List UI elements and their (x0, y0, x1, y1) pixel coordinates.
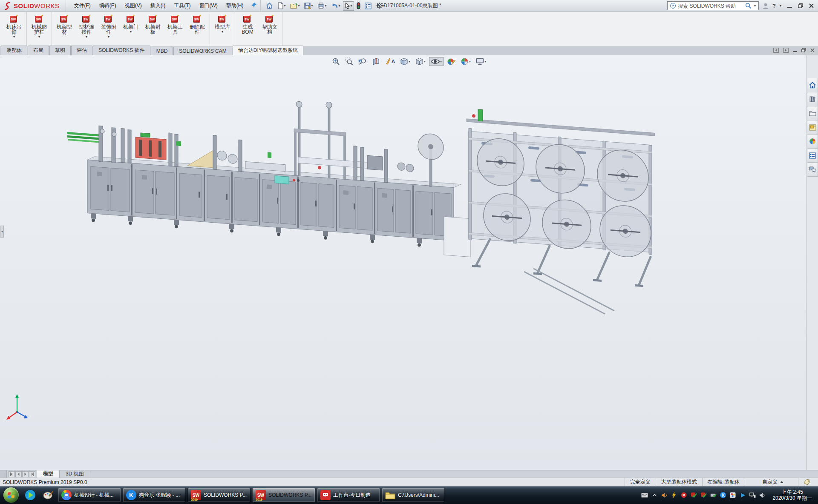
taskbar-button-workbench[interactable]: 工作台-今日制造 (317, 488, 380, 502)
status-custom-dropdown[interactable]: 自定义 (745, 478, 798, 486)
ribbon-button-crane-arm[interactable]: SW✦ 机床吊 臂▾ (3, 12, 25, 46)
previous-view-icon[interactable] (357, 56, 369, 66)
ribbon-button-generate-bom[interactable]: SW✦ 生成 BOM (236, 12, 259, 46)
menu-file[interactable]: 文件(F) (70, 0, 95, 11)
menu-window[interactable]: 窗口(W) (196, 0, 222, 11)
ribbon-button-frame-door[interactable]: SW✦ 机架门▾ (120, 12, 142, 46)
section-view-icon[interactable] (370, 56, 382, 66)
ribbon-button-safety-fence[interactable]: SW✦ 机械防 护栏▾ (28, 12, 50, 46)
annotations-visibility-icon[interactable]: A (383, 56, 397, 66)
doc-restore-button[interactable] (801, 48, 806, 52)
taskpane-file-explorer-icon[interactable] (807, 106, 818, 120)
tray-network-icon[interactable] (749, 492, 756, 498)
taskpane-custom-properties-icon[interactable] (807, 149, 818, 163)
splitter-grip[interactable] (0, 470, 7, 478)
tray-drive-check-icon[interactable] (710, 492, 717, 498)
undo-button[interactable]: ▾ (329, 1, 342, 10)
hide-show-items-icon[interactable]: ▾ (429, 57, 444, 66)
tab-sw-cam[interactable]: SOLIDWORKS CAM (173, 47, 232, 55)
tab-mbd[interactable]: MBD (151, 47, 173, 55)
apply-scene-icon[interactable]: ▾ (459, 56, 472, 67)
help-dropdown-icon[interactable]: ▾ (780, 4, 781, 8)
menu-view[interactable]: 视图(V) (121, 0, 146, 11)
select-tool-button[interactable]: ▾ (343, 1, 354, 11)
doc-close-button[interactable] (810, 48, 815, 52)
ribbon-button-frame-tools[interactable]: SW✦ 机架工 具 (164, 12, 186, 46)
model-tab[interactable]: 模型 (37, 470, 60, 478)
display-style-icon[interactable]: ▾ (414, 56, 427, 67)
options-gear-button[interactable]: ▾ (374, 1, 387, 11)
search-input[interactable] (678, 3, 743, 9)
ribbon-button-delete-accessory[interactable]: SW✦ 删除配 件 (186, 12, 208, 46)
assembly-model-canvas[interactable] (0, 55, 818, 470)
taskpane-appearances-icon[interactable] (807, 135, 818, 149)
taskpane-home-icon[interactable] (807, 78, 818, 92)
taskbar-clock[interactable]: 上午 2:45 2020/3/30 星期一 (770, 489, 816, 501)
taskbar-button-kugou[interactable]: K 狗音乐 张靓颖 - ... (123, 488, 186, 502)
scroll-next-button[interactable] (22, 471, 29, 477)
graphics-viewport[interactable]: A ▾ ▾ ▾ ▾ ▾ (0, 55, 818, 470)
help-menu-icon[interactable]: ? (772, 3, 776, 9)
taskbar-button-chrome[interactable]: 机械设计 - 机械... (58, 488, 121, 502)
scroll-prev-button[interactable] (15, 471, 22, 477)
view-orientation-icon[interactable]: ▾ (398, 56, 412, 67)
doc-minimize-button[interactable] (793, 48, 797, 52)
tray-input-keyboard-icon[interactable] (641, 492, 648, 498)
rebuild-button[interactable] (355, 1, 362, 11)
tray-volume-orange-icon[interactable] (661, 492, 668, 498)
tray-volume-icon[interactable] (759, 492, 766, 498)
close-button[interactable] (809, 3, 814, 8)
taskbar-button-explorer-folder[interactable]: C:\Users\Admini... (382, 488, 445, 502)
home-button[interactable] (264, 1, 275, 11)
taskbar-button-solidworks-1[interactable]: SW2019 SOLIDWORKS P... (187, 488, 251, 502)
start-button[interactable] (3, 487, 19, 503)
scroll-first-button[interactable] (9, 471, 15, 477)
open-document-button[interactable]: ▾ (288, 1, 302, 11)
print-button[interactable]: ▾ (316, 1, 328, 10)
user-account-icon[interactable] (762, 3, 769, 9)
tray-sw-check-icon-1[interactable] (690, 492, 697, 498)
tray-kugou-icon[interactable]: K (720, 492, 726, 498)
file-properties-button[interactable] (363, 1, 373, 11)
tray-play-icon[interactable] (739, 492, 746, 498)
menu-insert[interactable]: 插入(I) (147, 0, 169, 11)
ribbon-button-help-docs[interactable]: SW✦ 帮助文 档 (259, 12, 281, 46)
zoom-fit-icon[interactable] (330, 56, 342, 67)
search-icon[interactable] (745, 3, 752, 9)
ribbon-button-decorative-accessory[interactable]: SW✦ 装饰附 件▾ (98, 12, 120, 46)
new-document-button[interactable]: ▾ (276, 1, 288, 11)
save-button[interactable]: ▾ (302, 1, 315, 11)
search-dropdown-icon[interactable]: ▾ (754, 4, 756, 8)
pin-menu-icon[interactable] (251, 2, 257, 9)
tab-yiheda-diy[interactable]: 怡合达DIY铝型材选型系统 (233, 46, 303, 55)
tab-assembly[interactable]: 装配体 (1, 46, 27, 55)
video-player-launcher-icon[interactable] (22, 488, 38, 502)
tray-sw-check-icon-2[interactable] (700, 492, 707, 498)
minimize-button[interactable] (787, 4, 792, 8)
dock-right-icon[interactable] (783, 48, 789, 53)
help-search-box[interactable]: ? ▾ (667, 1, 759, 10)
ribbon-button-profile-connector[interactable]: SW✦ 型材连 接件▾ (75, 12, 98, 46)
tray-colorful-app-icon[interactable] (729, 492, 736, 498)
tray-expand-icon[interactable] (651, 492, 658, 498)
ribbon-button-frame-profile[interactable]: SW✦ 机架型 材 (53, 12, 75, 46)
status-tag-icon[interactable] (798, 478, 815, 486)
paint-app-launcher-icon[interactable] (40, 488, 56, 502)
view-settings-icon[interactable]: ▾ (474, 57, 488, 66)
tab-layout[interactable]: 布局 (28, 46, 49, 55)
feature-manager-collapsed-arrow[interactable]: ◂ (0, 226, 4, 238)
scroll-last-button[interactable] (29, 471, 35, 477)
tray-lightning-icon[interactable] (671, 492, 677, 498)
taskpane-forum-icon[interactable] (807, 163, 818, 177)
tab-sketch[interactable]: 草图 (49, 46, 71, 55)
menu-help[interactable]: 帮助(H) (222, 0, 248, 11)
restore-button[interactable] (798, 3, 803, 8)
dock-left-icon[interactable] (773, 48, 779, 53)
zoom-area-icon[interactable] (343, 56, 355, 67)
menu-edit[interactable]: 编辑(E) (95, 0, 120, 11)
tab-evaluate[interactable]: 评估 (71, 46, 92, 55)
taskpane-design-library-icon[interactable] (807, 92, 818, 106)
3d-views-tab[interactable]: 3D 视图 (60, 470, 90, 478)
ribbon-button-frame-panel[interactable]: SW✦ 机架封 板 (142, 12, 164, 46)
edit-appearance-icon[interactable] (445, 56, 457, 67)
